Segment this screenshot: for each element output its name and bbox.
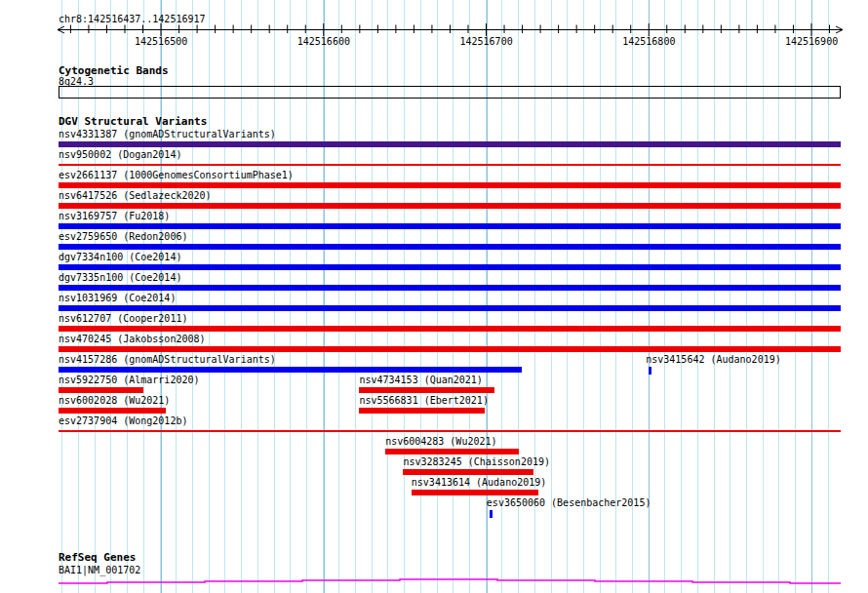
genome-browser-view: chr8:142516437..142516917 14251650014251… — [0, 0, 868, 593]
gene-structure-line — [0, 0, 868, 593]
